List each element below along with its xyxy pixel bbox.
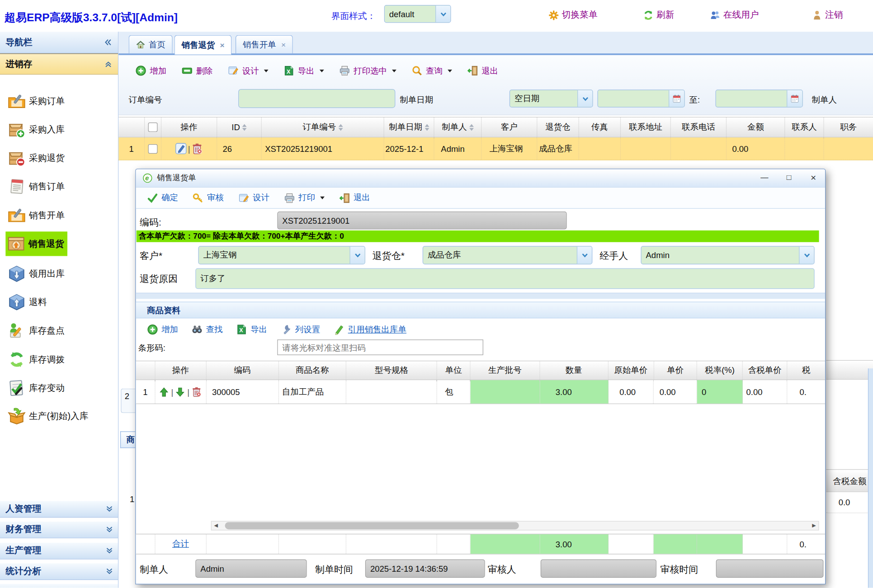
sidebar-item-stock-change[interactable]: 库存变动 <box>0 376 68 400</box>
dtb-button-print[interactable]: 打印 <box>284 192 325 203</box>
scrollbar-thumb[interactable] <box>225 522 519 529</box>
tab-sales-billing[interactable]: 销售开单 × <box>236 35 293 54</box>
tb-button-add[interactable]: 增加 <box>135 65 166 76</box>
row-checkbox[interactable] <box>148 144 158 153</box>
tab-sales-return[interactable]: 销售退货 × <box>174 35 231 55</box>
dtb-button-column-settings[interactable]: 列设置 <box>281 324 320 335</box>
close-button[interactable]: × <box>808 173 818 184</box>
dtb-button-ref-sales-outbound[interactable]: 引用销售出库单 <box>334 324 406 335</box>
expand-down-icon[interactable] <box>105 526 113 534</box>
top-link-switch-menu[interactable]: 切换菜单 <box>548 7 597 23</box>
order-no-input[interactable] <box>238 89 395 108</box>
sort-icon[interactable] <box>242 124 247 131</box>
sidebar-group-production[interactable]: 生产管理 <box>0 542 118 559</box>
reason-input[interactable]: 订多了 <box>195 268 814 289</box>
dialog-title-bar[interactable]: 销售退货单 — □ × <box>136 169 825 188</box>
date-mode-select[interactable]: 空日期 <box>510 89 593 107</box>
sidebar-group-hr[interactable]: 人资管理 <box>0 500 118 517</box>
sort-icon[interactable] <box>338 124 343 131</box>
dropdown-caret-icon[interactable] <box>448 69 452 72</box>
expand-down-icon[interactable] <box>105 567 113 575</box>
sidebar-item-stock-count[interactable]: 库存盘点 <box>0 318 68 343</box>
totals-link[interactable]: 合计 <box>172 539 189 549</box>
horizontal-scrollbar[interactable]: ◀ ▶ <box>211 521 819 531</box>
scrollbar-track[interactable] <box>221 522 810 529</box>
chevron-down-icon[interactable] <box>577 247 592 264</box>
chevron-down-icon[interactable] <box>577 90 592 107</box>
tb-button-export[interactable]: 导出 <box>283 65 324 76</box>
calendar-icon[interactable] <box>787 90 802 107</box>
sidebar-group-partial[interactable] <box>0 583 118 588</box>
auditor-input[interactable] <box>541 560 656 578</box>
sort-icon[interactable] <box>425 124 429 131</box>
tb-button-print-selected[interactable]: 打印选中 <box>339 65 396 76</box>
grid-row-selected[interactable]: 1 | 26 XST20251219001 2025-12-1 Admin 上海… <box>118 137 873 160</box>
sort-icon[interactable] <box>469 124 474 131</box>
dropdown-caret-icon[interactable] <box>392 69 396 72</box>
maker-input[interactable] <box>195 560 307 578</box>
expand-down-icon[interactable] <box>105 546 113 555</box>
scroll-left-icon[interactable]: ◀ <box>212 522 221 530</box>
dropdown-caret-icon[interactable] <box>264 69 269 72</box>
sidebar-item-material-return[interactable]: 退料 <box>0 290 50 315</box>
dtb-button-audit[interactable]: 审核 <box>193 192 224 203</box>
make-time-input[interactable] <box>365 560 485 578</box>
close-icon[interactable]: × <box>220 41 224 50</box>
sidebar-item-sales-order[interactable]: 销售订单 <box>0 174 68 198</box>
column-header-order-no[interactable]: 订单编号 <box>262 118 384 137</box>
cell-qty[interactable]: 3.00 <box>540 380 608 404</box>
select-all-checkbox[interactable] <box>148 122 158 132</box>
edit-icon[interactable] <box>175 142 187 155</box>
move-up-icon[interactable] <box>159 386 170 397</box>
sidebar-item-purchase-return[interactable]: 采购退货 <box>0 146 68 170</box>
cell-tax-rate[interactable]: 0 <box>697 380 743 404</box>
customer-select[interactable]: 上海宝钢 <box>198 246 365 264</box>
column-header-date[interactable]: 制单日期 <box>384 118 434 137</box>
dtb-button-exit[interactable]: 退出 <box>339 192 370 203</box>
tb-button-design[interactable]: 设计 <box>228 65 269 76</box>
warehouse-select[interactable]: 成品仓库 <box>423 246 593 264</box>
sidebar-item-purchase-order[interactable]: 采购订单 <box>0 89 68 113</box>
chevron-down-icon[interactable] <box>799 247 814 264</box>
calendar-icon[interactable] <box>669 90 684 107</box>
sidebar-item-sales-return[interactable]: 销售退货 <box>5 231 67 256</box>
dtb-button-find[interactable]: 查找 <box>192 324 223 335</box>
tb-button-query[interactable]: 查询 <box>411 65 452 76</box>
date-to-input[interactable] <box>715 89 802 107</box>
scroll-right-icon[interactable]: ▶ <box>810 522 819 530</box>
close-icon[interactable]: × <box>281 40 286 49</box>
move-down-icon[interactable] <box>175 386 185 397</box>
tb-button-exit[interactable]: 退出 <box>467 65 498 76</box>
minimize-button[interactable]: — <box>760 173 769 184</box>
delete-icon[interactable] <box>191 142 203 155</box>
dtb-button-confirm[interactable]: 确定 <box>147 192 178 203</box>
maximize-button[interactable]: □ <box>784 173 794 184</box>
column-header-maker[interactable]: 制单人 <box>434 118 482 137</box>
sidebar-item-requisition-outbound[interactable]: 领用出库 <box>0 262 68 286</box>
sidebar-group-header[interactable]: 进销存 <box>0 53 118 75</box>
column-header-id[interactable]: ID <box>217 118 262 137</box>
sidebar-group-finance[interactable]: 财务管理 <box>0 521 118 538</box>
delete-icon[interactable] <box>191 386 203 398</box>
expand-down-icon[interactable] <box>105 505 113 513</box>
dtb-button-export[interactable]: 导出 <box>236 324 267 335</box>
top-link-refresh[interactable]: 刷新 <box>643 7 674 23</box>
dtb-button-add[interactable]: 增加 <box>147 324 178 335</box>
dropdown-caret-icon[interactable] <box>320 69 324 72</box>
dropdown-caret-icon[interactable] <box>320 197 325 199</box>
chevron-down-icon[interactable] <box>435 5 450 22</box>
audit-time-input[interactable] <box>716 560 824 578</box>
sidebar-group-statistics[interactable]: 统计分析 <box>0 563 118 580</box>
barcode-input[interactable] <box>277 339 483 355</box>
sidebar-item-sales-billing[interactable]: 销售开单 <box>0 203 68 227</box>
sidebar-item-stock-transfer[interactable]: 库存调拨 <box>0 347 68 372</box>
collapse-up-icon[interactable] <box>104 60 112 68</box>
tb-button-delete[interactable]: 删除 <box>181 65 212 76</box>
sidebar-item-purchase-inbound[interactable]: 采购入库 <box>0 118 68 142</box>
cell-batch[interactable] <box>471 380 540 404</box>
collapse-left-icon[interactable] <box>104 38 113 47</box>
chevron-down-icon[interactable] <box>349 247 364 264</box>
ui-style-select[interactable]: default <box>384 5 451 23</box>
sidebar-item-production-inbound[interactable]: 生产(初始)入库 <box>0 404 92 428</box>
code-input[interactable] <box>277 212 566 229</box>
